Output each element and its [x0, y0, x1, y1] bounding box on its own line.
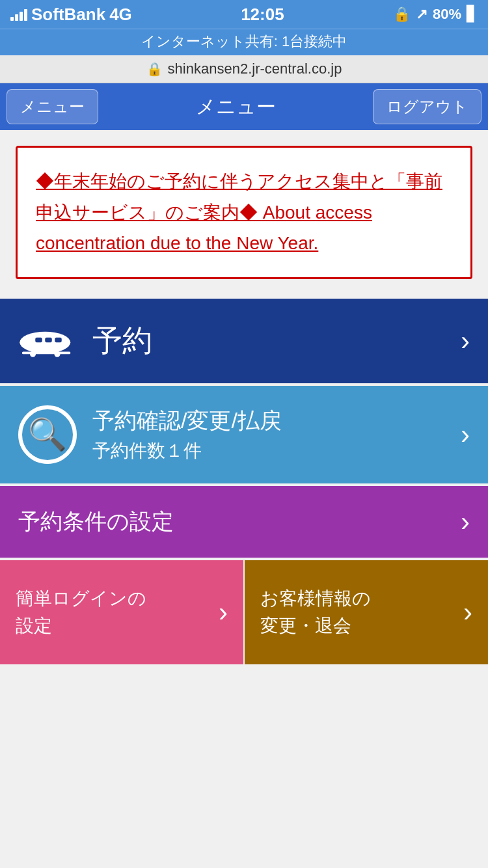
- lock-icon: 🔒: [393, 6, 411, 23]
- status-right: 🔒 ↗ 80% ▋: [393, 6, 478, 23]
- check-reservation-chevron: ›: [461, 419, 470, 450]
- customer-info-chevron: ›: [463, 597, 472, 628]
- logout-button[interactable]: ログアウト: [373, 89, 481, 124]
- search-icon: 🔍: [28, 416, 67, 453]
- url-text: shinkansen2.jr-central.co.jp: [168, 61, 342, 77]
- notice-link[interactable]: ◆年末年始のご予約に伴うアクセス集中と「事前申込サービス」のご案内◆ About…: [36, 171, 442, 253]
- svg-rect-4: [22, 351, 70, 354]
- nav-title: メニュー: [196, 94, 276, 120]
- reservation-button[interactable]: 予約 ›: [0, 299, 488, 383]
- shinkansen-icon: [18, 321, 77, 360]
- check-reservation-sublabel: 予約件数１件: [92, 439, 282, 463]
- url-bar[interactable]: 🔒 shinkansen2.jr-central.co.jp: [0, 55, 488, 83]
- main-content: ◆年末年始のご予約に伴うアクセス集中と「事前申込サービス」のご案内◆ About…: [0, 130, 488, 279]
- signal-icon: [10, 8, 27, 21]
- settings-label: 予約条件の設定: [18, 507, 174, 537]
- bottom-row: 簡単ログインの設定 › お客様情報の変更・退会 ›: [0, 560, 488, 664]
- status-bar: SoftBank 4G 12:05 🔒 ↗ 80% ▋: [0, 0, 488, 29]
- easy-login-button[interactable]: 簡単ログインの設定 ›: [0, 560, 243, 664]
- customer-info-button[interactable]: お客様情報の変更・退会 ›: [245, 560, 488, 664]
- svg-rect-3: [55, 338, 62, 343]
- nav-header: メニュー メニュー ログアウト: [0, 83, 488, 130]
- reservation-label: 予約: [92, 321, 152, 361]
- battery-icon: ▋: [467, 6, 478, 23]
- location-icon: ↗: [416, 6, 427, 23]
- check-reservation-button[interactable]: 🔍 予約確認/変更/払戻 予約件数１件 ›: [0, 386, 488, 483]
- network-label: 4G: [109, 5, 132, 25]
- check-reservation-label: 予約確認/変更/払戻: [92, 406, 282, 436]
- menu-section: 予約 › 🔍 予約確認/変更/払戻 予約件数１件 › 予約条件の設定 › 簡単ロ…: [0, 299, 488, 664]
- notice-box: ◆年末年始のご予約に伴うアクセス集中と「事前申込サービス」のご案内◆ About…: [16, 146, 472, 279]
- settings-button[interactable]: 予約条件の設定 ›: [0, 486, 488, 558]
- easy-login-chevron: ›: [219, 597, 228, 628]
- check-reservation-text: 予約確認/変更/払戻 予約件数１件: [92, 406, 282, 463]
- internet-sharing-text: インターネット共有: 1台接続中: [141, 33, 347, 49]
- svg-rect-2: [45, 338, 52, 343]
- reservation-button-left: 予約: [18, 321, 152, 361]
- settings-chevron: ›: [461, 506, 470, 537]
- status-left: SoftBank 4G: [10, 5, 132, 25]
- internet-sharing-bar: インターネット共有: 1台接続中: [0, 29, 488, 55]
- time-display: 12:05: [241, 5, 284, 25]
- svg-point-6: [55, 351, 61, 357]
- svg-point-5: [30, 351, 36, 357]
- easy-login-label: 簡単ログインの設定: [16, 585, 146, 640]
- url-lock-icon: 🔒: [146, 61, 163, 77]
- customer-info-label: お客様情報の変更・退会: [260, 585, 371, 640]
- reservation-chevron: ›: [461, 325, 470, 357]
- carrier-label: SoftBank: [31, 5, 105, 25]
- menu-left-button[interactable]: メニュー: [7, 89, 98, 124]
- svg-rect-1: [35, 338, 42, 343]
- check-reservation-left: 🔍 予約確認/変更/払戻 予約件数１件: [18, 405, 282, 464]
- battery-label: 80%: [433, 6, 461, 23]
- search-icon-circle: 🔍: [18, 405, 77, 464]
